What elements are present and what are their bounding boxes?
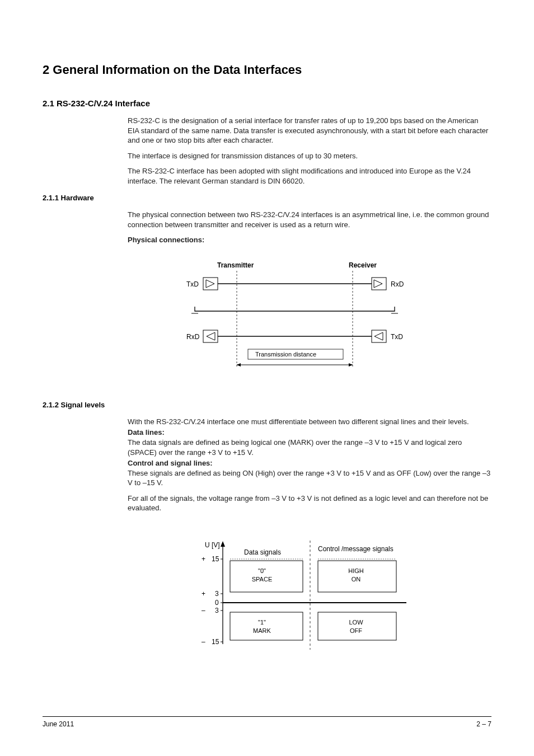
- section-title-2-1: 2.1 RS-232-C/V.24 Interface: [43, 98, 491, 108]
- column-header: Data signals: [244, 548, 281, 556]
- page-footer: June 2011 2 – 7: [43, 716, 491, 728]
- diagram-label-receiver: Receiver: [349, 261, 377, 269]
- box-label: HIGH: [348, 567, 364, 574]
- signal-levels-diagram: U [V] + 15 + 3 0 – 3 – 15 Data signals C…: [188, 538, 491, 658]
- diagram-label-transmitter: Transmitter: [217, 261, 254, 269]
- svg-rect-8: [203, 330, 218, 342]
- tick-label: 3: [215, 607, 219, 614]
- paragraph: These signals are defined as being ON (H…: [128, 468, 491, 488]
- chapter-title: 2 General Information on the Data Interf…: [43, 63, 491, 77]
- paragraph-bold: Data lines:: [128, 428, 491, 438]
- paragraph: With the RS-232-C/V.24 interface one mus…: [128, 417, 491, 427]
- pin-label: RxD: [186, 333, 200, 341]
- subsection-title-2-1-2: 2.1.2 Signal levels: [43, 401, 491, 409]
- pin-label: TxD: [186, 280, 199, 288]
- box-label: "1": [258, 619, 266, 626]
- box-label: LOW: [349, 619, 363, 626]
- axis-label: U [V]: [205, 541, 220, 549]
- paragraph: The physical connection between two RS-2…: [128, 210, 491, 229]
- paragraph: The RS-232-C interface has been adopted …: [128, 166, 491, 186]
- box-label: "0": [258, 567, 266, 574]
- svg-rect-24: [318, 612, 396, 640]
- pin-label: TxD: [391, 333, 403, 341]
- footer-date: June 2011: [43, 720, 74, 728]
- svg-rect-2: [203, 278, 218, 290]
- box-label: OFF: [350, 627, 362, 634]
- diagram-label-distance: Transmission distance: [255, 351, 316, 358]
- tick-label: 15: [212, 638, 219, 646]
- subsection-title-2-1-1: 2.1.1 Hardware: [43, 194, 491, 202]
- svg-rect-23: [230, 612, 303, 640]
- box-label: SPACE: [252, 576, 272, 583]
- tick-sign: +: [202, 590, 205, 598]
- box-label: ON: [352, 576, 361, 583]
- paragraph: For all of the signals, the voltage rang…: [128, 494, 491, 513]
- column-header: Control /message signals: [318, 545, 394, 553]
- tick-sign: –: [202, 607, 205, 614]
- box-label: MARK: [253, 627, 271, 634]
- footer-page-number: 2 – 7: [476, 720, 491, 728]
- tick-label: 15: [212, 555, 219, 563]
- paragraph: The interface is designed for transmissi…: [128, 151, 491, 161]
- pin-label: RxD: [391, 280, 404, 288]
- paragraph-bold: Physical connections:: [128, 235, 491, 245]
- tick-sign: –: [202, 638, 205, 646]
- paragraph: The data signals are defined as being lo…: [128, 438, 491, 457]
- tick-sign: +: [202, 555, 205, 563]
- tick-label: 0: [215, 599, 219, 607]
- physical-connections-diagram: Transmitter Receiver TxD RxD RxD TxD Tra…: [184, 261, 491, 375]
- tick-label: 3: [215, 590, 219, 598]
- paragraph: RS-232-C is the designation of a serial …: [128, 116, 491, 145]
- paragraph-bold: Control and signal lines:: [128, 458, 491, 468]
